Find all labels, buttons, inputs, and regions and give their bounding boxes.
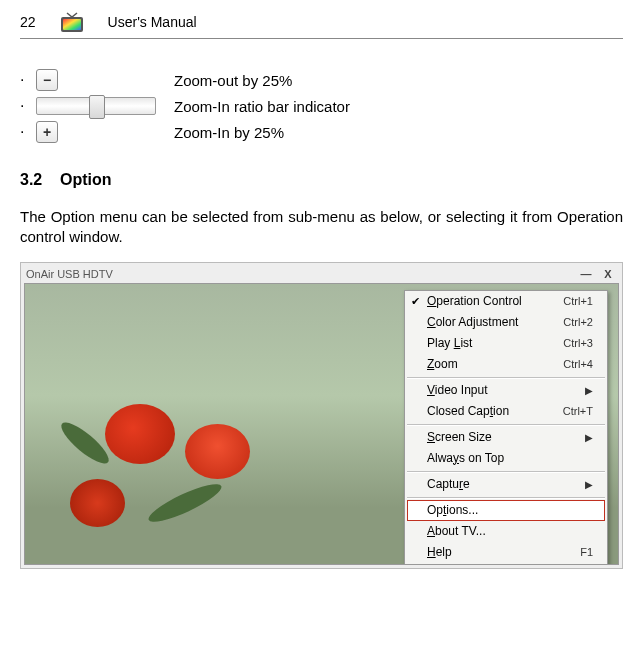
zoom-bar-row: · Zoom-In ratio bar indicator	[20, 97, 623, 115]
submenu-arrow-icon: ▶	[585, 429, 593, 446]
menu-shortcut: Ctrl+4	[563, 356, 593, 373]
menu-options[interactable]: Options...	[407, 500, 605, 521]
menu-video-input[interactable]: Video Input ▶	[405, 380, 607, 401]
check-icon: ✔	[411, 293, 420, 310]
zoom-slider[interactable]	[36, 97, 156, 115]
menu-shortcut: Ctrl+1	[563, 293, 593, 310]
zoom-out-button-wrap: −	[36, 69, 166, 91]
menu-capture[interactable]: Capture ▶	[405, 474, 607, 495]
menu-play-list[interactable]: Play List Ctrl+3	[405, 333, 607, 354]
close-button[interactable]: X	[599, 267, 617, 281]
menu-help[interactable]: Help F1	[405, 542, 607, 563]
zoom-slider-wrap	[36, 97, 166, 115]
submenu-arrow-icon: ▶	[585, 382, 593, 399]
zoom-bar-desc: Zoom-In ratio bar indicator	[174, 98, 350, 115]
menu-zoom[interactable]: Zoom Ctrl+4	[405, 354, 607, 375]
zoom-out-desc: Zoom-out by 25%	[174, 72, 292, 89]
menu-operation-control[interactable]: ✔ Operation Control Ctrl+1	[405, 291, 607, 312]
zoom-in-row: · + Zoom-In by 25%	[20, 121, 623, 143]
menu-always-on-top[interactable]: Always on Top	[405, 448, 607, 469]
header-title: User's Manual	[108, 14, 197, 30]
bullet-icon: ·	[20, 71, 28, 89]
window-buttons: — X	[577, 267, 617, 281]
title-bar: OnAir USB HDTV — X	[24, 266, 619, 283]
menu-separator	[407, 497, 605, 498]
menu-shortcut: Ctrl+T	[563, 403, 593, 420]
zoom-slider-thumb[interactable]	[89, 95, 105, 119]
video-viewport: ✔ Operation Control Ctrl+1 Color Adjustm…	[24, 283, 619, 565]
bullet-icon: ·	[20, 97, 28, 115]
svg-rect-1	[63, 19, 81, 30]
submenu-arrow-icon: ▶	[585, 476, 593, 493]
section-number: 3.2	[20, 171, 42, 188]
zoom-out-row: · − Zoom-out by 25%	[20, 69, 623, 91]
menu-closed-caption[interactable]: Closed Caption Ctrl+T	[405, 401, 607, 422]
window-title: OnAir USB HDTV	[26, 268, 113, 280]
app-window: OnAir USB HDTV — X ✔ Operation Control C…	[20, 262, 623, 569]
context-menu: ✔ Operation Control Ctrl+1 Color Adjustm…	[404, 290, 608, 565]
menu-color-adjustment[interactable]: Color Adjustment Ctrl+2	[405, 312, 607, 333]
menu-shortcut: F1	[580, 544, 593, 561]
zoom-in-button[interactable]: +	[36, 121, 58, 143]
menu-screen-size[interactable]: Screen Size ▶	[405, 427, 607, 448]
zoom-controls-list: · − Zoom-out by 25% · Zoom-In ratio bar …	[20, 69, 623, 143]
page-number: 22	[20, 14, 36, 30]
menu-separator	[407, 377, 605, 378]
zoom-out-button[interactable]: −	[36, 69, 58, 91]
tv-icon	[58, 10, 86, 34]
page-header: 22 User's Manual	[20, 10, 623, 39]
minimize-button[interactable]: —	[577, 267, 595, 281]
section-heading: 3.2 Option	[20, 171, 623, 189]
bullet-icon: ·	[20, 123, 28, 141]
menu-separator	[407, 424, 605, 425]
zoom-in-desc: Zoom-In by 25%	[174, 124, 284, 141]
menu-shortcut: Ctrl+3	[563, 335, 593, 352]
menu-about-tv[interactable]: About TV...	[405, 521, 607, 542]
menu-separator	[407, 471, 605, 472]
zoom-in-button-wrap: +	[36, 121, 166, 143]
section-body: The Option menu can be selected from sub…	[20, 207, 623, 248]
menu-shortcut: Ctrl+2	[563, 314, 593, 331]
section-title: Option	[60, 171, 112, 188]
